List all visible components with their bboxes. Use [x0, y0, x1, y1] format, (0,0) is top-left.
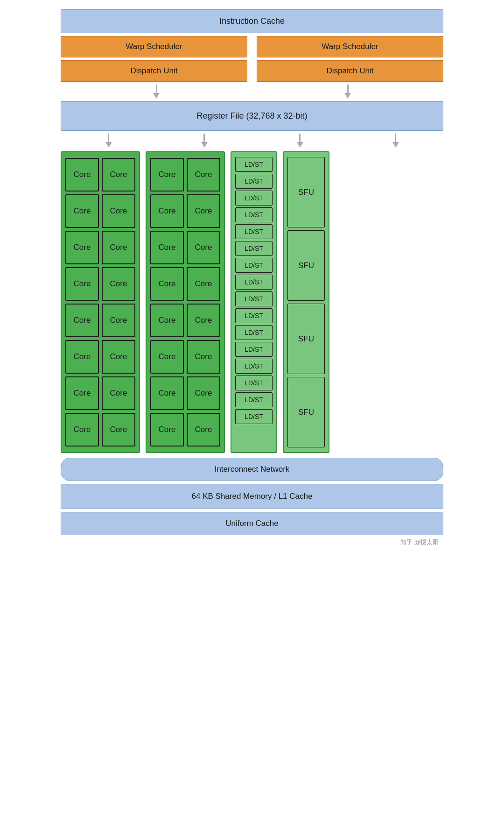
core-c2-1-2: Core — [187, 158, 220, 191]
ldst-7: LD/ST — [235, 258, 273, 273]
sfu-2: SFU — [287, 230, 325, 301]
ldst-3: LD/ST — [235, 191, 273, 206]
core-c2-2-1: Core — [150, 194, 184, 228]
core-7-1: Core — [65, 376, 99, 410]
arrows-to-register — [61, 83, 443, 100]
arrow-2 — [344, 85, 351, 99]
ldst-14: LD/ST — [235, 376, 273, 390]
arrow-5 — [297, 134, 303, 148]
core-3-1: Core — [65, 231, 99, 264]
warp-dispatch-section: Warp Scheduler Warp Scheduler Dispatch U… — [61, 36, 443, 82]
ldst-6: LD/ST — [235, 241, 273, 256]
ldst-2: LD/ST — [235, 174, 273, 189]
ldst-10: LD/ST — [235, 308, 273, 323]
ldst-16: LD/ST — [235, 409, 273, 424]
watermark-text: 知乎 @掘太阳 — [400, 538, 439, 546]
core-row-6: Core Core — [65, 340, 135, 374]
core-c2-6-2: Core — [187, 340, 220, 374]
warp-row: Warp Scheduler Warp Scheduler — [61, 36, 443, 57]
core-c2-5-1: Core — [150, 304, 184, 337]
arrow-3 — [105, 134, 112, 148]
core-c2-5-2: Core — [187, 304, 220, 337]
core-6-2: Core — [102, 340, 135, 374]
ldst-15: LD/ST — [235, 392, 273, 407]
uniform-cache: Uniform Cache — [61, 512, 443, 535]
sfu-4: SFU — [287, 377, 325, 447]
core-row-3: Core Core — [65, 231, 135, 264]
core-3-2: Core — [102, 231, 135, 264]
ldst-11: LD/ST — [235, 325, 273, 340]
dispatch-row: Dispatch Unit Dispatch Unit — [61, 60, 443, 82]
instruction-cache: Instruction Cache — [61, 9, 443, 33]
arrow-4 — [201, 134, 208, 148]
sfu-1: SFU — [287, 157, 325, 227]
ldst-9: LD/ST — [235, 291, 273, 306]
core-8-1: Core — [65, 413, 99, 446]
gpu-sm-diagram: Instruction Cache Warp Scheduler Warp Sc… — [61, 9, 443, 546]
ldst-12: LD/ST — [235, 342, 273, 357]
sfu-column: SFU SFU SFU SFU — [283, 151, 329, 453]
core-c2-3-1: Core — [150, 231, 184, 264]
core-c2-3-2: Core — [187, 231, 220, 264]
core-c2-1-1: Core — [150, 158, 184, 191]
core-1-2: Core — [102, 158, 135, 191]
core-row-7: Core Core — [65, 376, 135, 410]
core-c2-7-1: Core — [150, 376, 184, 410]
arrow-6 — [392, 134, 399, 148]
arrow-1 — [153, 85, 160, 99]
core-row-4: Core Core — [65, 267, 135, 301]
ldst-1: LD/ST — [235, 157, 273, 172]
ldst-13: LD/ST — [235, 359, 273, 374]
ldst-4: LD/ST — [235, 207, 273, 222]
main-execution-grid: Core Core Core Core Core Core Core Core … — [61, 151, 443, 453]
arrows-from-register — [61, 132, 443, 149]
core-7-2: Core — [102, 376, 135, 410]
register-file: Register File (32,768 x 32-bit) — [61, 101, 443, 131]
core-row-8: Core Core — [65, 413, 135, 446]
dispatch-unit-1: Dispatch Unit — [61, 60, 247, 82]
core-4-1: Core — [65, 267, 99, 301]
core-6-1: Core — [65, 340, 99, 374]
core-c2-8-2: Core — [187, 413, 220, 446]
core-5-2: Core — [102, 304, 135, 337]
shared-memory-l1: 64 KB Shared Memory / L1 Cache — [61, 484, 443, 509]
core-2-2: Core — [102, 194, 135, 228]
core-c2-6-1: Core — [150, 340, 184, 374]
core-c2-8-1: Core — [150, 413, 184, 446]
core-2-1: Core — [65, 194, 99, 228]
interconnect-network: Interconnect Network — [61, 458, 443, 481]
sfu-3: SFU — [287, 304, 325, 374]
core-c2-4-1: Core — [150, 267, 184, 301]
core-c2-2-2: Core — [187, 194, 220, 228]
ldst-5: LD/ST — [235, 224, 273, 239]
core-4-2: Core — [102, 267, 135, 301]
warp-scheduler-2: Warp Scheduler — [257, 36, 443, 57]
core-row-2: Core Core — [65, 194, 135, 228]
core-1-1: Core — [65, 158, 99, 191]
core-c2-4-2: Core — [187, 267, 220, 301]
warp-scheduler-1: Warp Scheduler — [61, 36, 247, 57]
core-8-2: Core — [102, 413, 135, 446]
core-row-1: Core Core — [65, 158, 135, 191]
ldst-column: LD/ST LD/ST LD/ST LD/ST LD/ST LD/ST LD/S… — [231, 151, 277, 453]
core-5-1: Core — [65, 304, 99, 337]
core-column-1: Core Core Core Core Core Core Core Core … — [61, 151, 140, 453]
core-row-5: Core Core — [65, 304, 135, 337]
dispatch-unit-2: Dispatch Unit — [257, 60, 443, 82]
core-c2-7-2: Core — [187, 376, 220, 410]
ldst-8: LD/ST — [235, 275, 273, 290]
watermark: 知乎 @掘太阳 — [61, 535, 443, 546]
core-column-2: Core Core Core Core Core Core Core Core … — [146, 151, 225, 453]
